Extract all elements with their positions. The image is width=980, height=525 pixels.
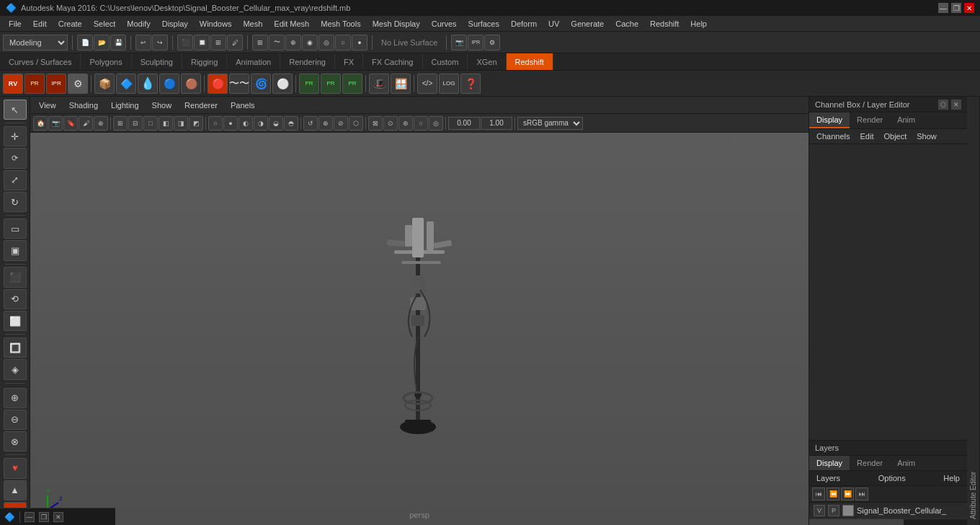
- unknown-tool-9[interactable]: 🔻: [4, 458, 27, 478]
- select-by-hierarchy-button[interactable]: ⬛: [177, 35, 193, 50]
- vp-shading-button[interactable]: □: [143, 116, 158, 131]
- tab-custom[interactable]: Custom: [423, 53, 468, 70]
- tab-xgen[interactable]: XGen: [468, 53, 506, 70]
- menu-deform[interactable]: Deform: [505, 18, 543, 30]
- vp-xray-button[interactable]: ◩: [189, 116, 203, 131]
- unknown-tool-2[interactable]: ⟲: [4, 289, 27, 309]
- vp-color-profile-dropdown[interactable]: sRGB gamma: [517, 117, 583, 130]
- tab-fx[interactable]: FX: [335, 53, 363, 70]
- unknown-tool-6[interactable]: ⊕: [4, 388, 27, 408]
- vp-shade2-button[interactable]: ◨: [174, 116, 188, 131]
- ipr-button[interactable]: IPR: [468, 35, 484, 50]
- menu-surfaces[interactable]: Surfaces: [463, 18, 505, 30]
- vp-grid-button[interactable]: ⊞: [113, 116, 128, 131]
- paint-select-button[interactable]: 🖊: [227, 35, 243, 50]
- unknown-tool-5[interactable]: ◈: [4, 359, 27, 379]
- taskbar-close-button[interactable]: ✕: [53, 512, 63, 522]
- shelf-icon-circle[interactable]: ⚪: [272, 74, 293, 94]
- snap-grid-button[interactable]: ⊞: [252, 35, 268, 50]
- tab-fx-caching[interactable]: FX Caching: [363, 53, 422, 70]
- layer-tab-display[interactable]: Display: [809, 456, 850, 470]
- save-file-button[interactable]: 💾: [110, 35, 126, 50]
- shelf-icon-pr-render[interactable]: PR: [299, 74, 319, 94]
- soft-select-tool[interactable]: ▣: [4, 240, 27, 260]
- vp-tex-button[interactable]: ◑: [254, 116, 268, 131]
- menu-mesh-display[interactable]: Mesh Display: [367, 18, 426, 30]
- render-view-button[interactable]: 📷: [451, 35, 467, 50]
- unknown-tool-8[interactable]: ⊗: [4, 431, 27, 451]
- vp-menu-renderer[interactable]: Renderer: [179, 100, 223, 111]
- menu-create[interactable]: Create: [53, 18, 88, 30]
- ch-menu-edit[interactable]: Edit: [855, 131, 878, 142]
- vp-home-camera-button[interactable]: 🏠: [33, 116, 48, 131]
- layer-opt-options[interactable]: Options: [874, 472, 910, 484]
- vp-expose-button[interactable]: ⊙: [383, 116, 398, 131]
- layer-scrollbar-thumb[interactable]: [809, 519, 904, 525]
- shelf-icon-wave[interactable]: 〜〜: [229, 74, 249, 94]
- menu-mesh-tools[interactable]: Mesh Tools: [315, 18, 366, 30]
- select-mode-tool[interactable]: ↖: [4, 100, 27, 120]
- shelf-icon-sphere[interactable]: 🔵: [159, 74, 179, 94]
- layer-opt-layers[interactable]: Layers: [812, 472, 845, 484]
- layer-tab-render[interactable]: Render: [850, 456, 890, 470]
- vp-all-button[interactable]: ●: [223, 116, 238, 131]
- vp-ao-button[interactable]: ◒: [269, 116, 283, 131]
- vp-menu-show[interactable]: Show: [146, 100, 178, 111]
- vp-wireframe-button[interactable]: ◧: [159, 116, 173, 131]
- tab-redshift[interactable]: Redshift: [507, 53, 553, 70]
- vp-near-clip-input[interactable]: [448, 117, 480, 130]
- vp-hud-button[interactable]: ⊕: [318, 116, 333, 131]
- layer-skip-fwd-button[interactable]: ⏭: [855, 488, 868, 500]
- rotate-tool[interactable]: ↻: [4, 192, 27, 212]
- layer-fwd-button[interactable]: ⏩: [841, 488, 854, 500]
- snap-active-button[interactable]: ●: [352, 35, 368, 50]
- shelf-icon-box[interactable]: 📦: [94, 74, 115, 94]
- menu-file[interactable]: File: [3, 18, 27, 30]
- shelf-icon-log[interactable]: LOG: [439, 74, 459, 94]
- shelf-icon-diamond[interactable]: 🔷: [116, 74, 136, 94]
- unknown-tool-4[interactable]: 🔳: [4, 338, 27, 358]
- vp-overscan-button[interactable]: ⬡: [349, 116, 363, 131]
- menu-redshift[interactable]: Redshift: [644, 18, 685, 30]
- snap-live-button[interactable]: ○: [335, 35, 351, 50]
- taskbar-restore-button[interactable]: ❐: [39, 512, 49, 522]
- ch-menu-show[interactable]: Show: [912, 131, 941, 142]
- vp-menu-panels[interactable]: Panels: [225, 100, 261, 111]
- shelf-icon-torus[interactable]: 🟤: [181, 74, 201, 94]
- shelf-icon-code[interactable]: </>: [417, 74, 437, 94]
- tab-rendering[interactable]: Rendering: [280, 53, 335, 70]
- vp-grid2-button[interactable]: ⊟: [128, 116, 143, 131]
- ch-menu-object[interactable]: Object: [879, 131, 911, 142]
- menu-edit-mesh[interactable]: Edit Mesh: [268, 18, 315, 30]
- menu-generate[interactable]: Generate: [565, 18, 610, 30]
- layer-tab-anim[interactable]: Anim: [890, 456, 922, 470]
- menu-mesh[interactable]: Mesh: [237, 18, 268, 30]
- unknown-tool-7[interactable]: ⊖: [4, 410, 27, 430]
- select-by-component-button[interactable]: ⊞: [210, 35, 226, 50]
- unknown-tool-1[interactable]: ⬛: [4, 267, 27, 287]
- menu-display[interactable]: Display: [156, 18, 194, 30]
- vp-refresh-button[interactable]: ◎: [429, 116, 443, 131]
- layer-opt-help[interactable]: Help: [939, 472, 964, 484]
- unknown-tool-3[interactable]: ⬜: [4, 311, 27, 331]
- taskbar-minimize-button[interactable]: —: [24, 512, 35, 522]
- shelf-icon-ipr[interactable]: IPR: [46, 74, 66, 94]
- shelf-icon-pr-batch[interactable]: PR: [342, 74, 362, 94]
- shelf-icon-spiral[interactable]: 🌀: [251, 74, 271, 94]
- tab-sculpting[interactable]: Sculpting: [132, 53, 182, 70]
- menu-cache[interactable]: Cache: [610, 18, 644, 30]
- snap-view-button[interactable]: ◉: [302, 35, 318, 50]
- render-settings-button[interactable]: ⚙: [484, 35, 500, 50]
- vp-gate-button[interactable]: ⊘: [334, 116, 348, 131]
- tab-animation[interactable]: Animation: [227, 53, 280, 70]
- scale-tool[interactable]: ⤢: [4, 170, 27, 190]
- snap-surface-button[interactable]: ◎: [318, 35, 334, 50]
- vp-camera-button[interactable]: 📷: [48, 116, 63, 131]
- workspace-dropdown[interactable]: Modeling: [3, 35, 68, 50]
- tab-curves-surfaces[interactable]: Curves / Surfaces: [0, 53, 81, 70]
- layer-type-button[interactable]: P: [828, 505, 839, 516]
- menu-windows[interactable]: Windows: [194, 18, 238, 30]
- menu-modify[interactable]: Modify: [121, 18, 156, 30]
- shelf-icon-pr-ipr[interactable]: PR: [321, 74, 341, 94]
- layer-visibility-button[interactable]: V: [814, 505, 825, 516]
